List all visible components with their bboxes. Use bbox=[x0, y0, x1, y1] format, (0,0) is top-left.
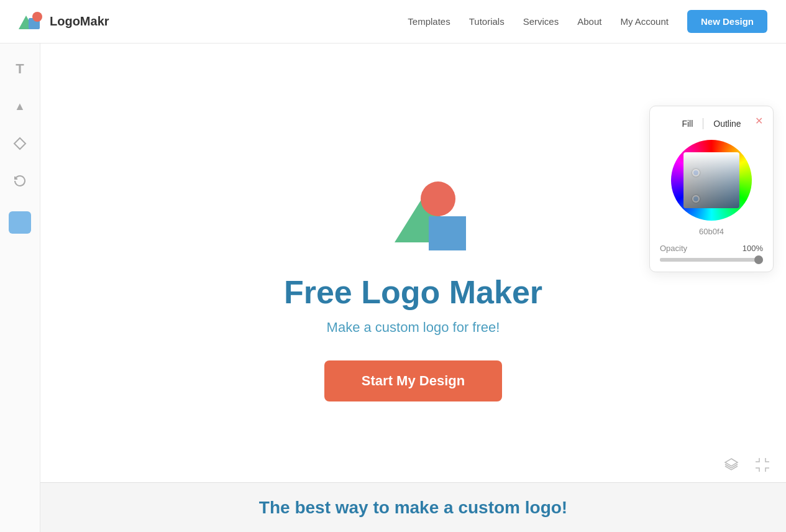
fill-tab[interactable]: Fill bbox=[672, 116, 703, 131]
brand-name: LogoMakr bbox=[50, 14, 109, 29]
below-fold-text: The best way to make a custom logo! bbox=[259, 498, 567, 518]
opacity-slider-fill bbox=[660, 258, 763, 262]
svg-rect-5 bbox=[429, 216, 466, 250]
logo-area: LogoMakr bbox=[19, 9, 109, 34]
below-fold-section: The best way to make a custom logo! bbox=[40, 482, 786, 532]
color-panel-tabs: Fill Outline ✕ bbox=[660, 116, 763, 131]
color-wheel-container[interactable] bbox=[660, 140, 763, 221]
nav-account[interactable]: My Account bbox=[620, 16, 669, 27]
hero-subtitle: Make a custom logo for free! bbox=[327, 319, 500, 336]
main-area: T ▲ Free Logo Maker Make bbox=[0, 44, 786, 532]
nav-templates[interactable]: Templates bbox=[408, 16, 450, 27]
svg-marker-3 bbox=[14, 138, 25, 149]
outline-tab[interactable]: Outline bbox=[703, 116, 751, 131]
opacity-slider[interactable] bbox=[660, 258, 763, 262]
logo-icon bbox=[19, 9, 43, 34]
header: LogoMakr Templates Tutorials Services Ab… bbox=[0, 0, 786, 44]
triangle-tool[interactable]: ▲ bbox=[7, 93, 33, 119]
diamond-tool[interactable] bbox=[7, 131, 33, 157]
start-design-button[interactable]: Start My Design bbox=[324, 360, 502, 401]
layers-icon[interactable] bbox=[720, 454, 743, 476]
opacity-value: 100% bbox=[743, 244, 763, 253]
color-panel: Fill Outline ✕ 60b0f4 Opacity 100% bbox=[649, 106, 774, 272]
opacity-slider-thumb[interactable] bbox=[754, 255, 763, 264]
text-tool[interactable]: T bbox=[7, 56, 33, 82]
svg-point-2 bbox=[32, 12, 42, 22]
color-selector-top[interactable] bbox=[692, 169, 700, 177]
nav-tutorials[interactable]: Tutorials bbox=[469, 16, 505, 27]
new-design-button[interactable]: New Design bbox=[687, 10, 767, 33]
nav-about[interactable]: About bbox=[577, 16, 601, 27]
color-gradient-box[interactable] bbox=[683, 152, 739, 208]
main-nav: Templates Tutorials Services About My Ac… bbox=[408, 10, 767, 33]
left-toolbar: T ▲ bbox=[0, 44, 40, 532]
bottom-toolbar bbox=[720, 454, 774, 476]
nav-services[interactable]: Services bbox=[523, 16, 559, 27]
opacity-row: Opacity 100% bbox=[660, 244, 763, 253]
history-tool[interactable] bbox=[7, 168, 33, 194]
hero-illustration bbox=[357, 174, 469, 255]
hex-value[interactable]: 60b0f4 bbox=[660, 227, 763, 236]
color-wheel[interactable] bbox=[671, 140, 752, 221]
opacity-label: Opacity bbox=[660, 244, 687, 253]
crop-icon[interactable] bbox=[751, 454, 774, 476]
close-panel-button[interactable]: ✕ bbox=[755, 115, 763, 127]
color-selector-bottom[interactable] bbox=[692, 195, 700, 203]
hero-title: Free Logo Maker bbox=[284, 273, 542, 311]
color-swatch[interactable] bbox=[9, 211, 31, 234]
svg-point-6 bbox=[421, 181, 455, 216]
